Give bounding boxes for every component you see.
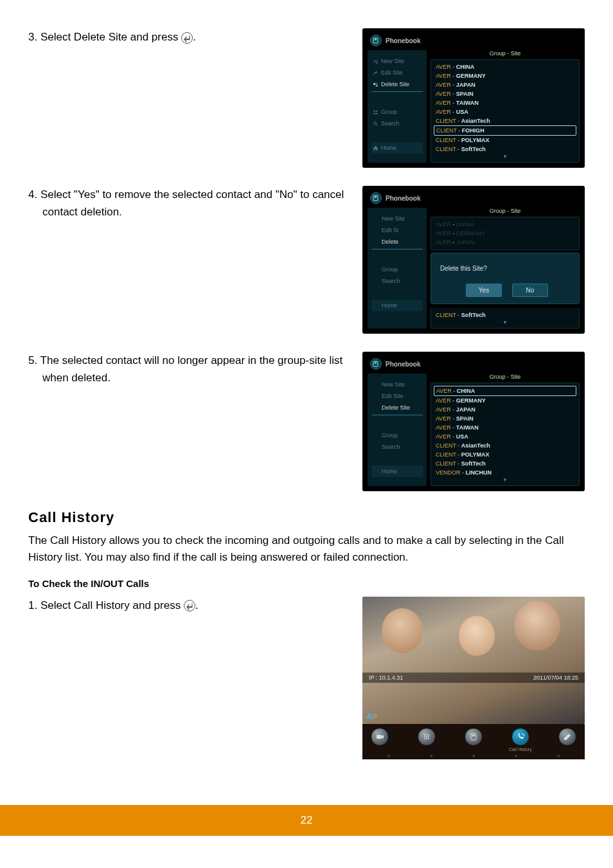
svg-rect-7 (373, 361, 378, 366)
svg-rect-5 (373, 195, 378, 201)
menu-edit-site[interactable]: Edit Site (371, 390, 423, 402)
phonebook-icon (370, 35, 382, 46)
list-item[interactable]: AVER - CHINA (434, 220, 576, 229)
list-item[interactable]: AVER - TAIWAN (434, 98, 576, 107)
dim-list: AVER - CHINAAVER - GERMANYAVER - JAPAN (431, 217, 580, 250)
menu-search[interactable]: Search (371, 441, 423, 453)
home-screenshot: IP : 10.1.4.31 2011/07/04 18:25 AVr Call… (362, 597, 585, 759)
menu-home[interactable]: Home (371, 466, 423, 477)
dot-icon: ■ (557, 754, 560, 758)
delete-dialog: Delete this Site? Yes No (431, 253, 580, 304)
list-item[interactable]: CLIENT - FOHIGH (434, 125, 576, 136)
datetime-label: 2011/07/04 18:25 (533, 674, 578, 681)
taskbar-item-2[interactable] (414, 728, 440, 752)
list-item[interactable]: AVER - JAPAN (434, 238, 576, 247)
x-person-icon (373, 82, 378, 87)
list-item[interactable]: CLIENT - SoftTech (434, 145, 576, 154)
plus-person-icon (373, 59, 378, 64)
list-item[interactable]: AVER - JAPAN (434, 80, 576, 89)
menu-search[interactable]: Search (371, 275, 423, 287)
step-5-row: 5. The selected contact will no longer a… (28, 352, 585, 491)
menu-new-site[interactable]: New Site (371, 379, 423, 390)
list-item[interactable]: CLIENT - SoftTech (434, 459, 576, 468)
check-calls-subheading: To Check the IN/OUT Calls (28, 578, 585, 589)
svg-point-18 (428, 738, 429, 739)
home-icon (373, 145, 378, 151)
svg-rect-6 (375, 197, 377, 198)
list-item[interactable]: AVER - SPAIN (434, 89, 576, 98)
menu-home[interactable]: Home (371, 142, 423, 154)
menu-new-site[interactable]: New Site (371, 55, 423, 67)
menu-group[interactable]: Group (371, 264, 423, 275)
phonebook-icon (370, 192, 382, 204)
list-item[interactable]: AVER - USA (434, 432, 576, 441)
list-item[interactable]: CLIENT - AsianTech (434, 441, 576, 450)
svg-point-12 (428, 734, 429, 736)
list-item[interactable]: AVER - GERMANY (434, 71, 576, 80)
svg-point-3 (376, 110, 377, 111)
menu-delete-site[interactable]: Delete (371, 236, 423, 249)
menu-group[interactable]: Group (371, 106, 423, 118)
taskbar-item-3[interactable] (461, 728, 486, 752)
step-3-row: 3. Select Delete Site and press . Phoneb… (28, 28, 585, 168)
pencil-person-icon (373, 70, 378, 76)
step-4-text: 4. Select "Yes" to remove the selected c… (28, 186, 362, 334)
menu-search[interactable]: Search (371, 118, 423, 129)
menu-column: New Site Edit Site Delete Site Group Sea… (368, 50, 427, 163)
svg-point-11 (426, 734, 427, 736)
list-item[interactable]: CLIENT - AsianTech (434, 116, 576, 125)
list-item[interactable]: AVER - SPAIN (434, 414, 576, 423)
step-5-text: 5. The selected contact will no longer a… (28, 352, 362, 491)
list-item[interactable]: AVER - CHINA (434, 386, 576, 396)
dialog-no-button[interactable]: No (512, 284, 548, 297)
site-list-c[interactable]: AVER - CHINAAVER - GERMANYAVER - JAPANAV… (431, 383, 580, 486)
phonebook-screenshot-2: Phonebook New Site Edit Si Delete Group … (362, 186, 585, 334)
menu-delete-site[interactable]: Delete Site (371, 78, 423, 92)
step3-suffix: . (193, 31, 196, 43)
scroll-down-icon: ▼ (434, 477, 576, 483)
list-item[interactable]: CLIENT - POLYMAX (434, 136, 576, 145)
list-item[interactable]: CLIENT - POLYMAX (434, 450, 576, 459)
list-item[interactable]: AVER - CHINA (434, 62, 576, 71)
step-3-text: 3. Select Delete Site and press . (28, 28, 362, 168)
menu-delete-site[interactable]: Delete Site (371, 402, 423, 415)
dialog-yes-button[interactable]: Yes (466, 284, 502, 297)
menu-new-site[interactable]: New Site (371, 213, 423, 224)
svg-point-16 (424, 738, 425, 739)
list-item[interactable]: AVER - GERMANY (434, 229, 576, 238)
search-icon (373, 121, 378, 127)
svg-point-17 (426, 738, 427, 739)
menu-group[interactable]: Group (371, 429, 423, 441)
enter-icon (181, 32, 193, 44)
shot-header: Phonebook (368, 33, 580, 50)
camera-icon (371, 728, 389, 746)
list-item[interactable]: AVER - JAPAN (434, 405, 576, 414)
list-item[interactable]: AVER - GERMANY (434, 396, 576, 405)
menu-home[interactable]: Home (371, 300, 423, 311)
svg-point-13 (424, 736, 425, 737)
list-item[interactable]: AVER - TAIWAN (434, 423, 576, 432)
menu-edit-site[interactable]: Edit Si (371, 224, 423, 236)
menu-edit-site[interactable]: Edit Site (371, 67, 423, 78)
svg-point-10 (424, 734, 425, 736)
settings-icon (558, 728, 576, 746)
taskbar-item-5[interactable] (555, 728, 580, 752)
call-history-paragraph: The Call History allows you to check the… (28, 532, 585, 566)
dot-icon: ■ (515, 754, 517, 758)
list-item[interactable]: VENDOR - LINCHUN (434, 468, 576, 477)
call-history-step-1-row: 1. Select Call History and press . IP : … (28, 597, 585, 759)
call-history-heading: Call History (28, 509, 585, 526)
taskbar-call-history[interactable]: Call History (508, 728, 533, 752)
scroll-down-icon: ▼ (434, 154, 576, 159)
call-history-step1: 1. Select Call History and press . (28, 597, 362, 759)
dot-icon: ■ (430, 754, 432, 758)
step-4-row: 4. Select "Yes" to remove the selected c… (28, 186, 585, 334)
list-item[interactable]: AVER - USA (434, 107, 576, 116)
svg-point-2 (374, 110, 375, 111)
site-list-a[interactable]: AVER - CHINAAVER - GERMANYAVER - JAPANAV… (431, 59, 580, 163)
svg-rect-19 (471, 734, 476, 740)
dialog-question: Delete this Site? (440, 265, 574, 272)
taskbar-item-1[interactable] (368, 728, 393, 752)
scroll-down-icon: ▼ (434, 320, 576, 325)
phonebook-screenshot-1: Phonebook New Site Edit Site Delete Site… (362, 28, 585, 168)
